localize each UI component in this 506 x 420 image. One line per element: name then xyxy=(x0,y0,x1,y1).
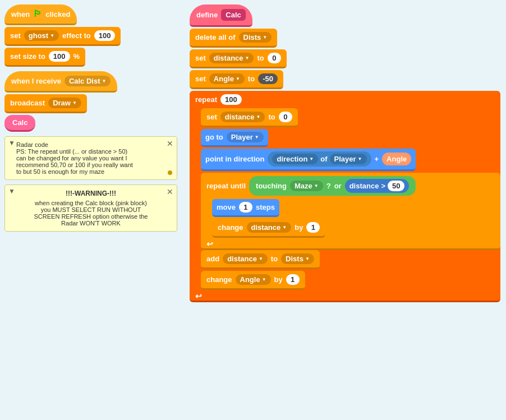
when-receive-hat[interactable]: when I receive Calc Dist ▼ xyxy=(4,71,117,93)
greater-label: > xyxy=(381,182,385,190)
change-distance-row[interactable]: change distance ▼ by 1 xyxy=(212,219,500,238)
dists2-label: Dists xyxy=(286,255,303,263)
to3-label: to xyxy=(271,255,278,263)
calc-call-block[interactable]: Calc xyxy=(4,115,178,132)
change-angle-block[interactable]: change Angle ▼ by 1 xyxy=(201,271,305,290)
change-distance-value[interactable]: 1 xyxy=(306,222,320,233)
note2-close-button[interactable]: ✕ xyxy=(167,187,173,196)
distance2-dropdown[interactable]: distance ▼ xyxy=(220,112,265,122)
set-ghost-effect[interactable]: set ghost ▼ effect to 100 xyxy=(4,27,121,46)
note1-dropdown-icon[interactable]: ▼ xyxy=(8,139,15,147)
repeat-loop-arrow-icon: ↩ xyxy=(195,292,202,301)
set-distance2-row[interactable]: set distance ▼ to 0 xyxy=(201,108,500,127)
when-label: when xyxy=(11,10,30,19)
player2-dropdown[interactable]: Player ▼ xyxy=(330,154,367,164)
add-distance-row[interactable]: add distance ▼ to Dists ▼ xyxy=(201,250,500,269)
repeat-until-header[interactable]: repeat until touching Maze ▼ ? or distan… xyxy=(201,173,500,199)
distance3-dropdown[interactable]: distance ▼ xyxy=(247,222,292,233)
distance4-arrow-icon: ▼ xyxy=(259,256,263,261)
move-block[interactable]: move 1 steps xyxy=(212,199,279,217)
ghost-dropdown[interactable]: ghost ▼ xyxy=(24,30,59,41)
distance-condition: distance > 50 xyxy=(345,179,410,193)
delete-all-block-row[interactable]: delete all of Dists ▼ xyxy=(190,29,500,48)
note1-text: Radar code PS: The repeat until (... or … xyxy=(16,141,172,175)
distance1-dropdown[interactable]: distance ▼ xyxy=(209,53,254,63)
define-block[interactable]: define Calc xyxy=(190,4,252,27)
note-1: ▼ ✕ Radar code PS: The repeat until (...… xyxy=(4,136,177,180)
distance2-arrow-icon: ▼ xyxy=(256,114,261,119)
go-to-block[interactable]: go to Player ▼ xyxy=(201,129,268,147)
player-dropdown[interactable]: Player ▼ xyxy=(227,132,264,142)
set-ghost-block[interactable]: set ghost ▼ effect to 100 xyxy=(4,27,178,46)
set-distance2-block[interactable]: set distance ▼ to 0 xyxy=(201,108,298,127)
distance2-label: distance xyxy=(225,113,255,121)
broadcast-dropdown[interactable]: Draw ▼ xyxy=(48,98,81,108)
repeat-value[interactable]: 100 xyxy=(220,94,242,105)
repeat-until-block[interactable]: repeat until touching Maze ▼ ? or distan… xyxy=(201,173,500,250)
broadcast[interactable]: broadcast Draw ▼ xyxy=(4,94,87,113)
change-distance-block[interactable]: change distance ▼ by 1 xyxy=(212,219,325,238)
repeat-outer-block[interactable]: repeat 100 set distance ▼ to 0 xyxy=(190,91,500,302)
change-label: change xyxy=(218,223,243,232)
note1-close-button[interactable]: ✕ xyxy=(167,139,173,148)
set-size[interactable]: set size to 100 % xyxy=(4,48,85,67)
distance3-label: distance xyxy=(251,223,281,232)
angle-value[interactable]: -50 xyxy=(258,73,278,84)
change-angle-row[interactable]: change Angle ▼ by 1 xyxy=(201,271,500,290)
set-distance1-block[interactable]: set distance ▼ to 0 xyxy=(190,49,287,68)
ghost-arrow-icon: ▼ xyxy=(50,33,54,38)
go-to-row[interactable]: go to Player ▼ xyxy=(201,129,500,147)
set-label: set xyxy=(10,31,21,40)
until-value[interactable]: 50 xyxy=(388,181,404,191)
angle-label: Angle xyxy=(214,75,234,83)
to1-label: to xyxy=(257,54,264,62)
define-block-row[interactable]: define Calc xyxy=(190,4,500,27)
size-value[interactable]: 100 xyxy=(49,51,70,62)
set-distance1-row[interactable]: set distance ▼ to 0 xyxy=(190,49,500,68)
angle2-dropdown[interactable]: Angle ▼ xyxy=(236,274,271,285)
direction-dropdown[interactable]: direction ▼ xyxy=(272,154,318,164)
distance1-value[interactable]: 0 xyxy=(268,53,281,63)
point-direction-block[interactable]: point in direction direction ▼ of Player… xyxy=(201,149,416,171)
set2-label: set xyxy=(206,113,217,121)
warning-box: ▼ ✕ !!!-WARNING-!!! when creating the Ca… xyxy=(4,184,177,232)
note2-dropdown-icon[interactable]: ▼ xyxy=(8,187,15,195)
repeat-header[interactable]: repeat 100 xyxy=(190,91,500,108)
set-size-label: set size to xyxy=(10,52,45,61)
steps-value[interactable]: 1 xyxy=(239,202,252,213)
direction-of-container: direction ▼ of Player ▼ xyxy=(268,151,371,167)
ghost-value[interactable]: 100 xyxy=(94,30,116,41)
add-distance-block[interactable]: add distance ▼ to Dists ▼ xyxy=(201,250,320,269)
hat-block[interactable]: when 🏳 clicked xyxy=(4,4,77,25)
angle-pill[interactable]: Angle xyxy=(382,153,411,165)
distance1-label: distance xyxy=(214,54,243,62)
distance4-dropdown[interactable]: distance ▼ xyxy=(223,253,268,264)
dists-dropdown2[interactable]: Dists ▼ xyxy=(281,253,314,264)
message-dropdown[interactable]: Calc Dist ▼ xyxy=(65,76,111,86)
condition-block[interactable]: touching Maze ▼ ? or distance > 50 xyxy=(249,176,416,196)
dists-dropdown1[interactable]: Dists ▼ xyxy=(239,32,272,43)
steps-label: steps xyxy=(256,203,275,211)
point-direction-row[interactable]: point in direction direction ▼ of Player… xyxy=(201,149,500,171)
angle-dropdown[interactable]: Angle ▼ xyxy=(209,73,245,84)
maze-dropdown[interactable]: Maze ▼ xyxy=(290,181,323,191)
delete-all-block[interactable]: delete all of Dists ▼ xyxy=(190,29,277,48)
warning-text: when creating the Calc block (pink block… xyxy=(10,200,172,227)
when-receive-block[interactable]: when I receive Calc Dist ▼ xyxy=(4,71,178,93)
distance-var-label: distance xyxy=(349,182,379,190)
change-angle-value[interactable]: 1 xyxy=(286,274,300,285)
move-row[interactable]: move 1 steps xyxy=(212,199,500,217)
set-angle-block[interactable]: set Angle ▼ to -50 xyxy=(190,70,283,89)
define-label: define xyxy=(196,11,218,19)
when-clicked-block[interactable]: when 🏳 clicked xyxy=(4,4,178,25)
distance2-value[interactable]: 0 xyxy=(279,112,292,122)
broadcast-block[interactable]: broadcast Draw ▼ xyxy=(4,94,178,113)
player-label: Player xyxy=(231,133,253,141)
set-size-block[interactable]: set size to 100 % xyxy=(4,48,178,67)
calc-block[interactable]: Calc xyxy=(4,115,35,132)
broadcast-label: broadcast xyxy=(10,99,45,107)
set-angle-row[interactable]: set Angle ▼ to -50 xyxy=(190,70,500,89)
repeat-until-label: repeat until xyxy=(206,182,246,190)
move-label: move xyxy=(217,203,236,211)
change-angle-label: change xyxy=(206,275,232,284)
